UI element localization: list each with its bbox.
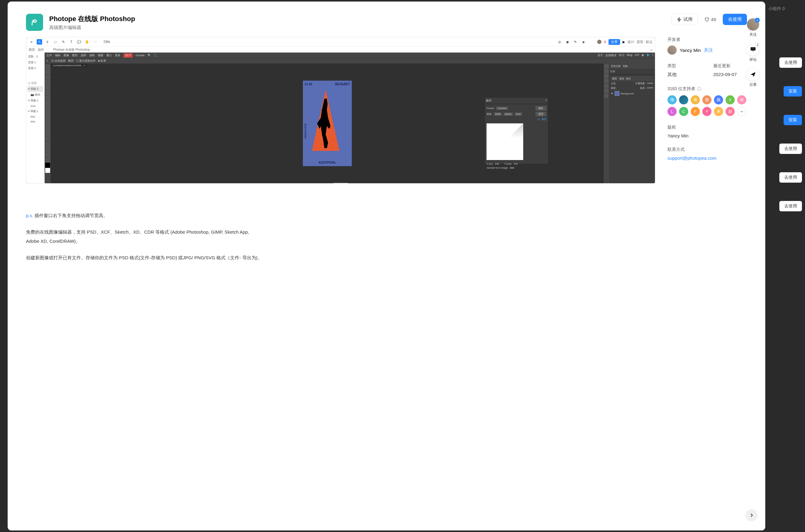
try-button[interactable]: 试用 — [672, 14, 698, 25]
search-label: 搜索 — [31, 81, 37, 84]
text-icon: T — [69, 39, 74, 44]
layers-tab-label: 图层 — [29, 48, 35, 52]
supporter-avatar[interactable]: 有 — [691, 95, 700, 104]
components-tab-label: 组件 — [38, 48, 44, 52]
strip-icon — [604, 84, 608, 88]
type-value: 其他 — [667, 72, 701, 78]
developer-name[interactable]: Yancy Min — [680, 48, 701, 53]
bg-use-button-4[interactable]: 去使用 — [779, 201, 802, 211]
use-button[interactable]: 去使用 — [723, 14, 747, 25]
close-icon: × — [546, 99, 547, 102]
chevron-right-icon — [749, 513, 754, 518]
supporter-avatar[interactable]: C — [679, 107, 688, 116]
supporter-avatar[interactable]: 来 — [714, 107, 723, 116]
menu-api: API — [635, 54, 639, 57]
target-icon: ◎ — [557, 39, 562, 44]
canvas-text-r: ВЕЛЬВЕТ — [335, 82, 350, 86]
menu-select: 选择 — [81, 54, 86, 57]
twitter-icon: 🐦 — [646, 54, 650, 57]
a-icon: A — [604, 40, 606, 44]
tool-lasso — [45, 75, 50, 79]
ss-toolbar: ≡ ↖ # □ ✎ T 💬 ✋ ⋯ 73% ◎ ◉ ✎ — [26, 37, 655, 46]
supporter-avatar[interactable]: 海 — [667, 95, 677, 104]
strip-icon — [604, 79, 608, 83]
fill-label: 填充: — [640, 87, 645, 90]
tool-eyedrop — [45, 90, 50, 95]
auto-select-label: 自动选择 — [55, 59, 66, 62]
updated-value: 2023-09-07 — [713, 72, 747, 77]
canvas-text-l: VIRGIN PETE — [304, 124, 307, 139]
comment-count-badge: 2 — [755, 42, 761, 48]
tab-design: 设计 — [627, 40, 634, 44]
layer-row: 👁 Background — [610, 90, 654, 96]
menu-layer: 图层 — [72, 54, 78, 57]
file-tab: 11e2a0e47add5d7cb3438... × — [51, 63, 87, 68]
like-button[interactable]: 49 — [701, 14, 720, 24]
bg-use-button-3[interactable]: 去使用 — [779, 172, 802, 183]
transform-label: 显示变换控件 — [79, 59, 96, 62]
float-comment[interactable]: 2 评论 — [747, 43, 759, 62]
user-avatar-ss — [597, 40, 601, 44]
follow-link[interactable]: 关注 — [704, 48, 713, 53]
menu-blog: Blog — [627, 54, 632, 57]
page-2: 页面 2 — [28, 65, 43, 71]
supporter-avatar[interactable]: L — [667, 107, 677, 116]
spline-value: Spline — [504, 112, 513, 116]
cursor-icon: ↖ — [37, 39, 42, 44]
eye-icon: ◉ — [565, 39, 570, 44]
modal-header: Photope 在线版 Photoshop 高级图片编辑器 试用 49 去使用 — [8, 2, 765, 37]
tool-move — [45, 64, 50, 69]
tool-wand — [45, 80, 50, 84]
supporter-avatar[interactable]: 奈 — [702, 95, 712, 104]
supporters-more[interactable] — [737, 107, 746, 116]
bg-use-button[interactable]: 去使用 — [779, 57, 802, 68]
updated-label: 最近更新 — [713, 63, 747, 69]
try-label: 试用 — [683, 17, 693, 22]
tab-annotate: 标注 — [646, 40, 653, 44]
supporter-avatar[interactable] — [679, 95, 688, 104]
developer-avatar[interactable] — [667, 45, 677, 55]
visibility-icon: 👁 — [611, 92, 614, 95]
supporter-avatar[interactable]: Y — [726, 95, 735, 104]
ss-optbar: ↖ ☑ 自动选择 图层 ☐ 显示变换控件 ■ 距离 — [44, 58, 655, 63]
contact-link[interactable]: support@photopea.com — [667, 155, 716, 160]
menu-donate: Donate — [136, 54, 145, 57]
supporter-avatar[interactable]: Y — [702, 107, 712, 116]
blend-mode: 正常 — [611, 82, 616, 85]
channel-value: RGB — [494, 112, 501, 116]
float-follow-label: 关注 — [749, 32, 757, 37]
layer-item: # 画板 3 — [28, 86, 43, 92]
copyright-value: Yancy Min — [667, 133, 747, 138]
info-icon[interactable] — [697, 87, 701, 91]
type-label: 类型 — [667, 63, 701, 69]
supporter-avatar[interactable]: 彼 — [737, 95, 746, 104]
color-fg — [45, 163, 50, 168]
bg-install-button-2[interactable]: 安装 — [784, 115, 802, 125]
next-arrow[interactable] — [745, 509, 757, 521]
pen-icon: ✎ — [60, 39, 66, 44]
ss-menubar: 文件 编辑 图像 图层 选择 滤镜 视图 窗口 更多 账户 Donate — [44, 53, 655, 58]
ss-canvas-area: 11e2a0e47add5d7cb3438... × 21.04 ВЕЛЬВЕТ… — [51, 63, 604, 183]
strip-icon — [604, 93, 608, 98]
float-follow[interactable]: + 关注 — [747, 18, 759, 37]
color-bg — [45, 168, 50, 173]
scroll-handle[interactable] — [333, 183, 348, 184]
svg-point-1 — [751, 49, 752, 49]
supporter-avatar[interactable]: 赵 — [726, 107, 735, 116]
float-share[interactable]: 分享 — [747, 69, 759, 87]
tool-shape — [45, 147, 50, 152]
zoom-level: 73% — [103, 40, 110, 44]
bg-use-button-2[interactable]: 去使用 — [779, 144, 802, 154]
move-tool-icon: ↖ — [47, 60, 49, 63]
supporter-avatar[interactable]: F — [691, 107, 700, 116]
search-icon: 🔍 — [148, 54, 151, 57]
bg-install-button[interactable]: 安装 — [784, 86, 802, 96]
strip-icon — [604, 69, 608, 73]
ps-text: 插件窗口右下角支持拖动调节宽高。 — [33, 213, 108, 218]
supporter-avatar[interactable]: 疯 — [714, 95, 723, 104]
ps-prefix: p.s. — [26, 213, 33, 218]
tool-hand — [45, 152, 50, 157]
x-label: X (in): — [487, 163, 493, 165]
plus-badge: + — [755, 18, 760, 23]
history-open: 打开 — [609, 69, 655, 75]
